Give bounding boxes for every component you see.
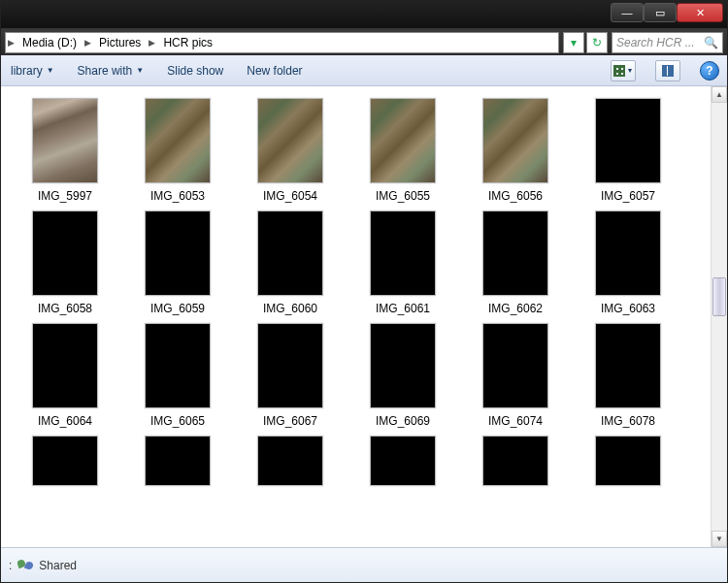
- chevron-down-icon: ▼: [627, 67, 634, 74]
- file-thumbnail: [370, 436, 436, 486]
- file-name-label: IMG_5997: [38, 189, 92, 203]
- file-name-label: IMG_6053: [150, 189, 205, 203]
- search-placeholder: Search HCR ...: [616, 36, 695, 49]
- file-name-label: IMG_6069: [376, 414, 430, 428]
- window-controls: — ▭ ✕: [611, 3, 723, 22]
- maximize-button[interactable]: ▭: [644, 3, 677, 22]
- file-item[interactable]: IMG_6062: [459, 207, 572, 319]
- file-item[interactable]: [234, 432, 347, 490]
- file-thumbnail: [370, 98, 436, 183]
- file-name-label: IMG_6054: [263, 189, 317, 203]
- scroll-up-button[interactable]: ▲: [711, 86, 727, 103]
- file-thumbnail: [257, 436, 323, 486]
- file-name-label: IMG_6064: [38, 414, 92, 428]
- file-name-label: IMG_6061: [376, 302, 430, 315]
- file-item[interactable]: IMG_6055: [347, 94, 459, 207]
- scroll-track[interactable]: [711, 103, 727, 531]
- newfolder-label: New folder: [247, 64, 302, 78]
- file-name-label: IMG_6057: [601, 189, 655, 203]
- file-name-label: IMG_6067: [263, 414, 317, 428]
- address-bar: ▶ Media (D:) ▶ Pictures ▶ HCR pics ▾ ↻ S…: [1, 28, 727, 55]
- file-thumbnail: [257, 323, 323, 408]
- file-thumbnail: [32, 98, 98, 183]
- grid-icon: [613, 65, 625, 77]
- file-item[interactable]: IMG_6069: [347, 319, 459, 432]
- file-thumbnail: [145, 323, 211, 408]
- file-thumbnail: [257, 211, 323, 296]
- file-item[interactable]: IMG_6053: [121, 94, 234, 207]
- search-input[interactable]: Search HCR ... 🔍: [612, 32, 723, 53]
- file-item[interactable]: [347, 432, 459, 490]
- file-name-label: IMG_6056: [488, 189, 543, 203]
- file-thumbnail: [595, 436, 661, 486]
- scroll-thumb[interactable]: [712, 277, 726, 316]
- refresh-button[interactable]: ↻: [586, 32, 608, 53]
- file-item[interactable]: [9, 432, 121, 490]
- explorer-window: — ▭ ✕ ▶ Media (D:) ▶ Pictures ▶ HCR pics…: [0, 0, 728, 583]
- file-thumbnail: [32, 211, 98, 296]
- breadcrumb-item[interactable]: HCR pics: [157, 33, 218, 52]
- file-item[interactable]: IMG_5997: [9, 94, 121, 207]
- file-thumbnail: [145, 98, 211, 183]
- file-thumbnail: [482, 323, 548, 408]
- file-item[interactable]: IMG_6057: [572, 94, 684, 207]
- chevron-down-icon: ▼: [136, 66, 144, 75]
- preview-pane-button[interactable]: [655, 60, 680, 81]
- file-name-label: IMG_6059: [150, 302, 205, 315]
- file-item[interactable]: [572, 432, 684, 490]
- search-icon: 🔍: [704, 36, 718, 49]
- scroll-down-button[interactable]: ▼: [711, 531, 727, 547]
- file-thumbnail: [482, 98, 548, 183]
- file-item[interactable]: IMG_6078: [572, 319, 684, 432]
- file-item[interactable]: IMG_6063: [572, 207, 684, 319]
- file-thumbnail: [32, 436, 98, 486]
- file-item[interactable]: [121, 432, 234, 490]
- content-area: IMG_5997IMG_6053IMG_6054IMG_6055IMG_6056…: [1, 86, 727, 547]
- include-in-library-button[interactable]: library ▼: [9, 60, 56, 81]
- file-name-label: IMG_6055: [376, 189, 430, 203]
- file-item[interactable]: IMG_6074: [459, 319, 572, 432]
- library-label: library: [11, 64, 43, 78]
- file-name-label: IMG_6065: [150, 414, 205, 428]
- slideshow-button[interactable]: Slide show: [165, 60, 225, 81]
- file-item[interactable]: IMG_6065: [121, 319, 234, 432]
- file-thumbnail: [482, 211, 548, 296]
- file-name-label: IMG_6062: [488, 302, 543, 315]
- file-thumbnail: [482, 436, 548, 486]
- file-item[interactable]: [459, 432, 572, 490]
- chevron-right-icon: ▶: [83, 38, 93, 48]
- vertical-scrollbar[interactable]: ▲ ▼: [711, 86, 727, 547]
- change-view-button[interactable]: ▼: [611, 60, 636, 81]
- file-item[interactable]: IMG_6060: [234, 207, 347, 319]
- file-item[interactable]: IMG_6064: [9, 319, 121, 432]
- file-item[interactable]: IMG_6056: [459, 94, 572, 207]
- chevron-down-icon: ▼: [47, 66, 54, 75]
- address-dropdown-button[interactable]: ▾: [563, 32, 584, 53]
- breadcrumb-item[interactable]: Media (D:): [17, 33, 83, 52]
- share-with-button[interactable]: Share with ▼: [76, 60, 147, 81]
- file-thumbnail: [145, 436, 211, 486]
- file-name-label: IMG_6058: [38, 302, 92, 315]
- new-folder-button[interactable]: New folder: [245, 60, 304, 81]
- file-item[interactable]: IMG_6054: [234, 94, 347, 207]
- file-name-label: IMG_6078: [601, 414, 655, 428]
- minimize-button[interactable]: —: [611, 3, 644, 22]
- help-button[interactable]: ?: [700, 61, 719, 81]
- file-item[interactable]: IMG_6058: [9, 207, 121, 319]
- close-button[interactable]: ✕: [677, 3, 723, 22]
- title-bar: — ▭ ✕: [1, 1, 727, 28]
- share-label: Share with: [78, 64, 133, 78]
- breadcrumb[interactable]: ▶ Media (D:) ▶ Pictures ▶ HCR pics: [5, 32, 559, 53]
- shared-icon: [17, 558, 33, 573]
- breadcrumb-item[interactable]: Pictures: [93, 33, 147, 52]
- file-item[interactable]: IMG_6061: [347, 207, 459, 319]
- chevron-right-icon: ▶: [147, 38, 157, 48]
- chevron-right-icon: ▶: [6, 38, 17, 48]
- file-thumbnail: [595, 98, 661, 183]
- file-item[interactable]: IMG_6059: [121, 207, 234, 319]
- file-item[interactable]: IMG_6067: [234, 319, 347, 432]
- command-bar: library ▼ Share with ▼ Slide show New fo…: [1, 55, 727, 86]
- status-prefix: :: [9, 559, 12, 572]
- file-name-label: IMG_6063: [601, 302, 655, 315]
- file-thumbnail: [145, 211, 211, 296]
